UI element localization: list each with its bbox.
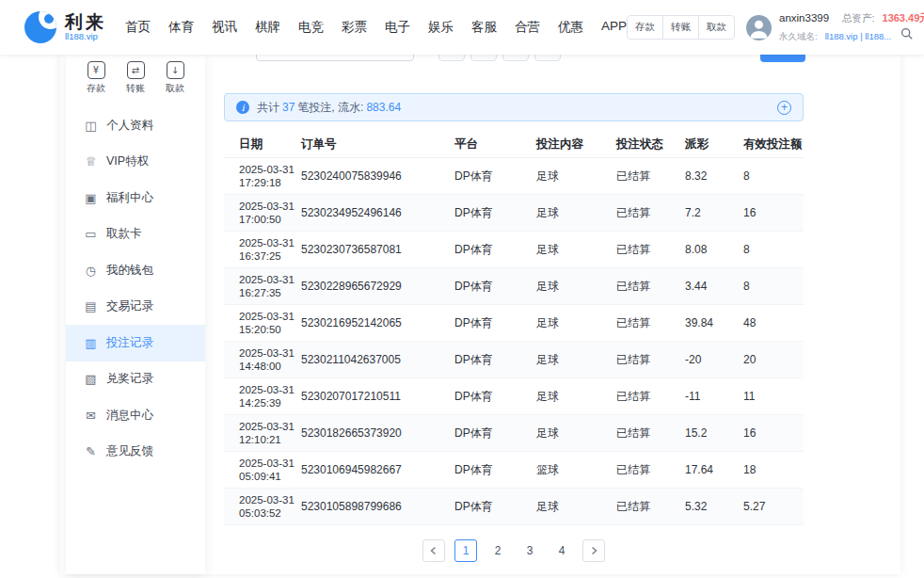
nav-item-promotions[interactable]: 优惠	[558, 19, 583, 36]
col-platform: 平台	[454, 136, 536, 153]
cell-status: 已结算	[616, 315, 685, 331]
cell-status: 已结算	[616, 205, 685, 221]
cell-platform: DP体育	[454, 205, 536, 221]
bet-date: 2025-03-31	[239, 200, 301, 214]
sidebar-item-profile[interactable]: ◫ 个人资料	[66, 107, 205, 144]
summary-total: 883.64	[366, 101, 401, 114]
quick-action-withdraw[interactable]: ↓ 取款	[166, 61, 184, 95]
table-row: 2025-03-31 05:09:41 5230106945982667 DP体…	[224, 452, 804, 489]
sidebar-item-label: 我的钱包	[106, 263, 153, 279]
withdraw-button[interactable]: 取款	[698, 16, 734, 39]
cell-valid-stake: 8	[743, 280, 804, 293]
nav-item-app[interactable]: APP	[601, 19, 627, 36]
sidebar-menu: ◫ 个人资料 ♕ VIP特权 ▣ 福利中心 ▭ 取款卡 ◷ 我的钱包 ▤ 交易记…	[66, 107, 205, 470]
bet-records-table: 日期 订单号 平台 投注内容 投注状态 派彩 有效投注额 2025-03-31 …	[224, 132, 804, 525]
pagination-next-button[interactable]	[582, 539, 605, 562]
sidebar-item-feedback[interactable]: ✎ 意见反馈	[66, 434, 205, 471]
cell-bet-content: 足球	[536, 352, 616, 368]
nav-item-slots[interactable]: 电子	[385, 19, 410, 36]
nav-item-board-games[interactable]: 棋牌	[255, 19, 280, 36]
table-row: 2025-03-31 12:10:21 5230182665373920 DP体…	[224, 415, 804, 452]
sidebar-item-welfare-center[interactable]: ▣ 福利中心	[66, 180, 205, 217]
cell-payout: -11	[685, 390, 743, 403]
assets-label: 总资产:	[842, 12, 874, 25]
bet-date: 2025-03-31	[239, 346, 301, 361]
cell-platform: DP体育	[454, 279, 536, 295]
col-order: 订单号	[301, 136, 454, 153]
summary-label: 笔投注, 流水:	[297, 100, 363, 116]
pagination-page-1[interactable]: 1	[454, 539, 477, 562]
cell-status: 已结算	[616, 169, 685, 185]
nav-item-partnership[interactable]: 合营	[515, 19, 540, 36]
cell-order-number: 5230228965672929	[301, 280, 454, 293]
bet-date: 2025-03-31	[239, 273, 301, 287]
cell-date: 2025-03-31 14:25:39	[239, 383, 301, 410]
nav-item-lottery[interactable]: 彩票	[342, 19, 367, 36]
sidebar-item-bet-records[interactable]: ▥ 投注记录	[66, 325, 205, 361]
cell-bet-content: 足球	[536, 389, 616, 405]
nav-item-customer-service[interactable]: 客服	[471, 19, 497, 36]
pagination-page-3[interactable]: 3	[518, 539, 541, 562]
col-status: 投注状态	[616, 136, 685, 153]
sidebar-item-withdraw-card[interactable]: ▭ 取款卡	[66, 217, 205, 253]
table-row: 2025-03-31 14:25:39 5230207017210511 DP体…	[224, 378, 804, 415]
deposit-button[interactable]: 存款	[628, 16, 662, 39]
sidebar-quick-actions: ¥ 存款 ⇄ 转账 ↓ 取款	[66, 61, 205, 95]
bet-time: 17:00:50	[239, 213, 301, 227]
cell-date: 2025-03-31 14:48:00	[239, 346, 301, 374]
table-header: 日期 订单号 平台 投注内容 投注状态 派彩 有效投注额	[224, 132, 804, 158]
cell-platform: DP体育	[454, 389, 536, 405]
cell-date: 2025-03-31 05:03:52	[239, 493, 301, 521]
username: anxin3399	[779, 12, 829, 24]
cell-bet-content: 足球	[536, 242, 616, 258]
nav-item-entertainment[interactable]: 娱乐	[428, 19, 454, 36]
cell-valid-stake: 5.27	[743, 500, 804, 513]
cell-payout: 17.64	[685, 463, 743, 476]
pagination-page-4[interactable]: 4	[550, 539, 573, 562]
bet-time: 05:03:52	[239, 506, 301, 521]
cell-status: 已结算	[616, 352, 685, 368]
user-avatar[interactable]	[746, 15, 772, 40]
bet-time: 15:20:50	[239, 323, 301, 337]
pagination-page-2[interactable]: 2	[486, 539, 509, 562]
plus-circle-icon[interactable]: +	[777, 101, 791, 115]
sidebar-item-vip[interactable]: ♕ VIP特权	[66, 144, 205, 181]
content-wrapper: ¥ 存款 ⇄ 转账 ↓ 取款 ◫ 个人资料 ♕ VIP特权 ▣	[60, 55, 900, 574]
assets-value: 1363.49元	[883, 11, 924, 25]
bank-card-icon: ▭	[84, 227, 98, 241]
quick-action-transfer[interactable]: ⇄ 转账	[126, 61, 145, 95]
cell-date: 2025-03-31 16:37:25	[239, 236, 301, 264]
quick-action-deposit[interactable]: ¥ 存款	[87, 61, 105, 95]
nav-item-esports[interactable]: 电竞	[298, 19, 324, 36]
summary-count: 37	[282, 101, 295, 114]
cell-bet-content: 足球	[536, 499, 616, 515]
cell-payout: 15.2	[685, 426, 743, 440]
pagination-prev-button[interactable]	[422, 539, 445, 562]
cell-valid-stake: 11	[743, 390, 804, 403]
chevron-right-icon	[589, 546, 598, 555]
transactions-icon: ▤	[84, 299, 98, 313]
sidebar-item-label: 个人资料	[106, 118, 153, 134]
cell-order-number: 5230240075839946	[301, 169, 454, 183]
search-icon[interactable]	[900, 27, 913, 40]
transfer-button[interactable]: 转账	[662, 16, 698, 39]
cell-order-number: 5230182665373920	[301, 426, 454, 440]
profile-icon: ◫	[84, 119, 98, 133]
sidebar-item-redeem-records[interactable]: ▧ 兑奖记录	[66, 361, 205, 398]
cell-date: 2025-03-31 05:09:41	[239, 457, 301, 484]
bet-date: 2025-03-31	[239, 457, 301, 471]
bet-time: 16:37:25	[239, 249, 301, 264]
brand-logo[interactable]: 利来 ll188.vip	[24, 11, 106, 43]
nav-item-home[interactable]: 首页	[125, 19, 151, 36]
nav-item-live-casino[interactable]: 视讯	[212, 19, 237, 36]
sidebar-item-transaction-records[interactable]: ▤ 交易记录	[66, 289, 205, 326]
col-payout: 派彩	[685, 136, 743, 153]
sidebar-item-wallet[interactable]: ◷ 我的钱包	[66, 252, 205, 289]
table-row: 2025-03-31 17:29:18 5230240075839946 DP体…	[224, 158, 804, 195]
cell-date: 2025-03-31 16:27:35	[239, 273, 301, 300]
cell-valid-stake: 16	[743, 206, 804, 219]
cell-status: 已结算	[616, 425, 685, 442]
brand-title: 利来	[65, 13, 106, 32]
nav-item-sports[interactable]: 体育	[168, 19, 194, 36]
sidebar-item-message-center[interactable]: ✉ 消息中心	[66, 397, 205, 434]
